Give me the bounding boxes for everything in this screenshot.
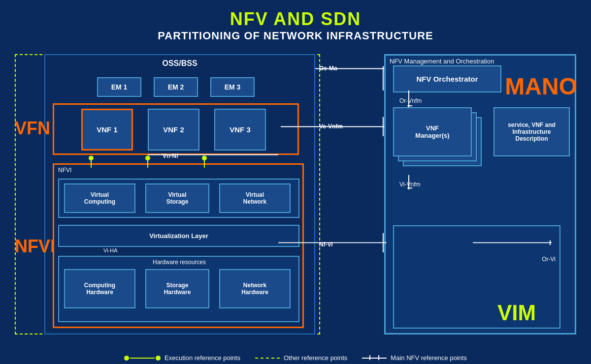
oss-bss-label: OSS/BSS: [162, 59, 197, 68]
legend-execution: Execution reference points: [124, 354, 240, 362]
oss-bss-box: OSS/BSS EM 1 EM 2 EM 3 VNF 1 VNF 2 VNF 3: [44, 54, 315, 334]
nfvi-inner-label: NFVI: [58, 167, 71, 174]
title-area: NFV AND SDN PARTITIONING OF NETWORK INFR…: [0, 0, 591, 42]
vnfm-box-front: VNFManager(s): [393, 107, 472, 156]
vnf1-box: VNF 1: [81, 109, 133, 151]
vnf2-box: VNF 2: [148, 109, 199, 151]
mano-title: NFV Management and Orchestration: [390, 58, 494, 65]
vi-ha-label: Vi-HA: [103, 247, 118, 253]
nf-vi-connector: Nf-Vi: [319, 241, 333, 248]
vim-box: Virtualized Infrastructure Manager(s) Or…: [393, 225, 560, 329]
vi-vnfm-label: Vi-Vnfm: [399, 181, 420, 188]
main-title: NFV AND SDN: [0, 9, 591, 30]
vim-label: VIM: [497, 301, 536, 325]
virtual-computing-box: VirtualComputing: [64, 183, 135, 213]
vnfm-stack: VNFManager(s): [393, 107, 482, 176]
storage-hardware-box: StorageHardware: [145, 269, 209, 308]
legend-main-nfv-icon: [362, 358, 387, 359]
vnf3-box: VNF 3: [214, 109, 266, 151]
virtual-storage-box: VirtualStorage: [145, 183, 209, 213]
sub-title: PARTITIONING OF NETWORK INFRASTRUCTURE: [0, 30, 591, 42]
legend: Execution reference points Other referen…: [124, 354, 467, 362]
vnf-container: VNF 1 VNF 2 VNF 3: [53, 103, 299, 155]
orchestrator-box: NFV Orchestrator: [393, 65, 501, 92]
legend-other-icon: [255, 358, 280, 359]
legend-other: Other reference points: [255, 354, 347, 362]
hardware-section: Hardware resources ComputingHardware Sto…: [58, 256, 299, 322]
or-vi-label: Or-Vi: [542, 256, 556, 263]
virtual-network-box: VirtualNetwork: [219, 183, 291, 213]
computing-hardware-box: ComputingHardware: [64, 269, 135, 308]
vn-nf-connector: Vn-Nf: [163, 152, 178, 159]
virtual-row: VirtualComputing VirtualStorage VirtualN…: [58, 179, 299, 218]
nfvi-big-label: NFVI: [15, 236, 55, 257]
mano-box: NFV Management and Orchestration MANO NF…: [384, 54, 576, 334]
legend-execution-icon: [124, 356, 161, 361]
mano-label: MANO: [505, 73, 577, 100]
or-vnfm-label: Or-Vnfm: [399, 97, 422, 104]
legend-main-nfv: Main NFV reference points: [362, 354, 467, 362]
os-ma-connector: Os-Ma: [319, 65, 337, 72]
vfn-big-label: VFN: [15, 118, 50, 139]
em2-box: EM 2: [154, 77, 198, 97]
hardware-label: Hardware resources: [153, 259, 206, 266]
diagram-area: OSS/BSS EM 1 EM 2 EM 3 VNF 1 VNF 2 VNF 3: [15, 54, 576, 339]
virtualization-layer: Virtualization Layer: [58, 225, 299, 247]
em3-box: EM 3: [210, 77, 255, 97]
service-desc-box: service, VNF and Infrastructure Descript…: [493, 107, 570, 156]
network-hardware-box: NetworkHardware: [219, 269, 291, 308]
ve-vnfm-connector: Ve-Vnfm: [319, 123, 343, 130]
em1-box: EM 1: [97, 77, 141, 97]
nfvi-inner-box: NFVI VirtualComputing VirtualStorage Vir…: [53, 163, 304, 328]
